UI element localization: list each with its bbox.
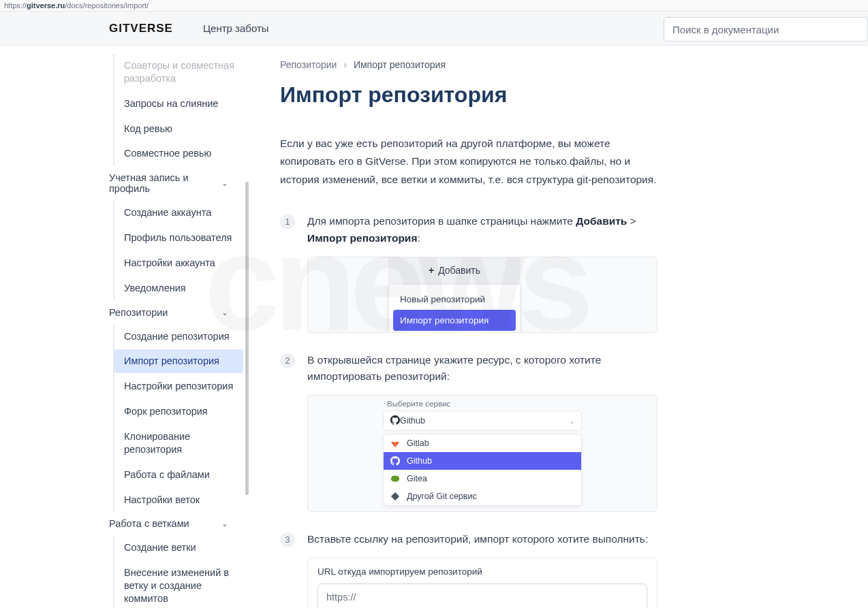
sidebar-item[interactable]: Работа с файлами — [114, 463, 243, 487]
sidebar-section-account[interactable]: Учетная запись и профиль ⌄ — [109, 167, 249, 199]
chevron-down-icon: ⌄ — [221, 519, 228, 528]
gitea-icon — [390, 474, 401, 483]
chevron-down-icon: ⌄ — [221, 178, 228, 188]
add-dropdown: Новый репозиторий Импорт репозитория — [388, 285, 521, 333]
step-1: 1 Для импорта репозитория в шапке страни… — [280, 213, 657, 333]
search-input[interactable] — [664, 17, 868, 42]
scrollbar[interactable] — [245, 182, 249, 495]
sidebar-item[interactable]: Уведомления — [114, 276, 243, 300]
sidebar-item[interactable]: Внесение изменений в ветку и создание ко… — [114, 561, 243, 608]
add-button: +Добавить — [388, 257, 521, 285]
intro-text: Если у вас уже есть репозиторий на друго… — [280, 135, 657, 189]
step-number: 3 — [280, 532, 295, 547]
sidebar-item[interactable]: Код ревью — [114, 117, 243, 141]
sidebar-item[interactable]: Создание аккаунта — [114, 201, 243, 225]
sidebar-section-branches[interactable]: Работа с ветками ⌄ — [109, 513, 249, 534]
sidebar-item[interactable]: Клонирование репозитория — [114, 425, 243, 462]
service-option-github: Github — [384, 452, 581, 470]
topbar: GITVERSE Центр заботы — [0, 12, 868, 46]
page-title: Импорт репозитория — [280, 82, 657, 108]
sidebar: Соавторы и совместная разработка Запросы… — [0, 46, 249, 608]
breadcrumb-link[interactable]: Репозитории — [280, 59, 337, 70]
step-2: 2 В открывшейся странице укажите ресурс,… — [280, 352, 657, 513]
select-label: Выберите сервис — [383, 400, 582, 408]
screenshot-add-dropdown: +Добавить Новый репозиторий Импорт репоз… — [307, 257, 657, 333]
github-icon — [390, 456, 401, 466]
gitlab-icon — [390, 438, 401, 448]
sidebar-item[interactable]: Совместное ревью — [114, 142, 243, 165]
sidebar-item[interactable]: Настройки веток — [114, 488, 243, 512]
sidebar-item[interactable]: Профиль пользователя — [114, 226, 243, 250]
svg-rect-0 — [391, 476, 399, 482]
screenshot-select-service: Выберите сервис Github ⌄ Gitlab Github G… — [307, 395, 657, 512]
plus-icon: + — [429, 265, 434, 276]
sidebar-item[interactable]: Создание ветки — [114, 536, 243, 560]
sidebar-item[interactable]: Создание репозитория — [114, 325, 243, 349]
step-text: Вставьте ссылку на репозиторий, импорт к… — [307, 531, 657, 548]
service-options: Gitlab Github Gitea Другой Git сервис — [383, 434, 582, 506]
main-content: Репозитории › Импорт репозитория Импорт … — [249, 46, 766, 608]
service-option-other: Другой Git сервис — [384, 487, 581, 505]
chevron-down-icon: ⌄ — [221, 308, 228, 317]
step-number: 2 — [280, 353, 295, 368]
chevron-right-icon: › — [343, 59, 347, 70]
service-option-gitea: Gitea — [384, 470, 581, 487]
search-box — [664, 17, 868, 42]
logo[interactable]: GITVERSE — [109, 22, 173, 35]
breadcrumb-current: Импорт репозитория — [354, 59, 446, 70]
url-bar: https://gitverse.ru/docs/repositories/im… — [0, 0, 868, 12]
step-number: 1 — [280, 214, 295, 229]
sidebar-item[interactable]: Форк репозитория — [114, 400, 243, 423]
dropdown-item-new-repo: Новый репозиторий — [393, 289, 516, 310]
service-option-gitlab: Gitlab — [384, 434, 581, 452]
url-input: https:// — [317, 583, 647, 608]
git-icon — [390, 492, 401, 501]
step-3: 3 Вставьте ссылку на репозиторий, импорт… — [280, 531, 657, 608]
breadcrumb: Репозитории › Импорт репозитория — [280, 59, 657, 70]
step-text: В открывшейся странице укажите ресурс, с… — [307, 352, 657, 386]
sidebar-item[interactable]: Соавторы и совместная разработка — [114, 54, 243, 91]
dropdown-item-import-repo: Импорт репозитория — [393, 310, 516, 331]
caret-icon: ⌄ — [569, 417, 574, 425]
care-center-link[interactable]: Центр заботы — [203, 22, 269, 34]
step-text: Для импорта репозитория в шапке страницы… — [307, 213, 657, 247]
sidebar-item[interactable]: Настройки аккаунта — [114, 251, 243, 275]
github-icon — [390, 415, 400, 427]
select-closed: Github ⌄ — [383, 411, 582, 431]
sidebar-item-import-repo[interactable]: Импорт репозитория — [114, 349, 243, 373]
sidebar-item[interactable]: Запросы на слияние — [114, 92, 243, 116]
sidebar-section-repos[interactable]: Репозитории ⌄ — [109, 302, 249, 323]
url-field-label: URL откуда импортируем репозиторий — [317, 566, 647, 577]
sidebar-item[interactable]: Настройки репозитория — [114, 374, 243, 398]
screenshot-url-input: URL откуда импортируем репозиторий https… — [307, 558, 657, 608]
